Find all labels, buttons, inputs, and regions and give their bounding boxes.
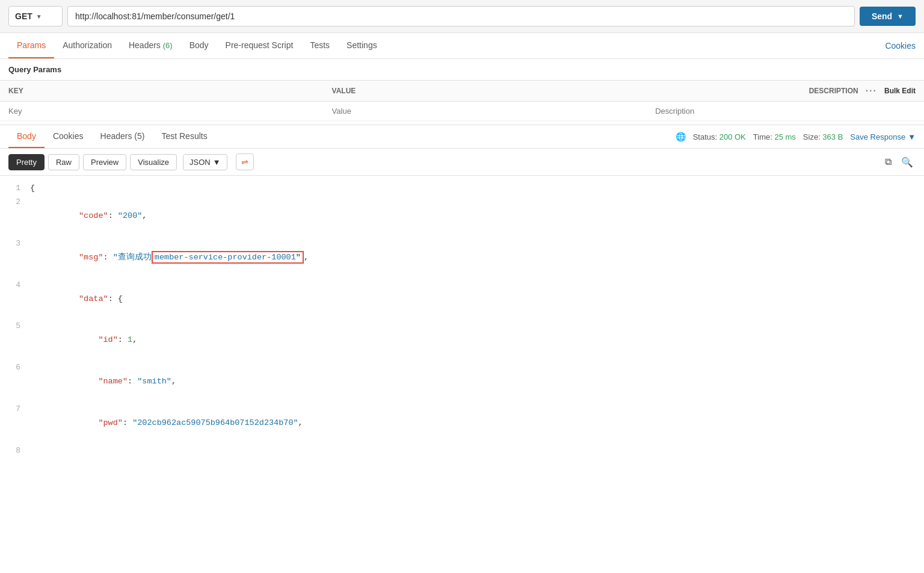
tab-body[interactable]: Body <box>181 33 217 58</box>
json-line-8: 8 "mobile": "123456789000", <box>0 444 924 453</box>
size-value: 363 B <box>822 132 843 141</box>
url-bar: GET ▼ Send ▼ <box>0 0 924 33</box>
save-response-chevron-icon: ▼ <box>908 132 916 141</box>
response-meta: 🌐 Status: 200 OK Time: 25 ms Size: 363 B… <box>676 132 916 141</box>
tab-settings[interactable]: Settings <box>338 33 386 58</box>
wrap-toggle-button[interactable]: ⇌ <box>236 153 254 170</box>
save-response-button[interactable]: Save Response ▼ <box>850 132 916 141</box>
format-raw-button[interactable]: Raw <box>48 154 79 170</box>
size-label: Size: 363 B <box>803 132 843 141</box>
time-label: Time: 25 ms <box>753 132 796 141</box>
json-line-4: 4 "data": { <box>0 279 924 320</box>
json-label: JSON <box>189 158 211 167</box>
format-pretty-button[interactable]: Pretty <box>8 154 45 170</box>
tab-headers[interactable]: Headers (6) <box>120 33 181 58</box>
description-input-cell <box>647 102 924 121</box>
method-chevron-icon: ▼ <box>36 13 42 20</box>
url-input[interactable] <box>67 6 855 26</box>
copy-icon[interactable]: ⧉ <box>882 154 894 170</box>
more-options-icon[interactable]: ··· <box>866 85 877 96</box>
time-value: 25 ms <box>774 132 795 141</box>
key-input-cell <box>0 102 324 121</box>
send-button[interactable]: Send ▼ <box>860 7 916 26</box>
search-icon[interactable]: 🔍 <box>899 154 916 170</box>
description-input[interactable] <box>655 107 916 116</box>
json-line-7: 7 "pwd": "202cb962ac59075b964b07152d234b… <box>0 403 924 444</box>
json-line-1: 1 { <box>0 182 924 196</box>
col-description: DESCRIPTION ··· Bulk Edit <box>647 81 924 102</box>
tab-tests[interactable]: Tests <box>301 33 338 58</box>
json-chevron-icon: ▼ <box>213 158 221 167</box>
query-params-label: Query Params <box>0 59 924 80</box>
json-viewer: 1 { 2 "code": "200", 3 "msg": "查询成功membe… <box>0 176 924 453</box>
params-table: KEY VALUE DESCRIPTION ··· Bulk Edit <box>0 80 924 121</box>
key-input[interactable] <box>8 107 315 116</box>
globe-icon: 🌐 <box>676 132 686 141</box>
response-tab-headers[interactable]: Headers (5) <box>92 125 153 148</box>
format-bar: Pretty Raw Preview Visualize JSON ▼ ⇌ ⧉ … <box>0 149 924 176</box>
response-section: Body Cookies Headers (5) Test Results 🌐 … <box>0 125 924 453</box>
format-preview-button[interactable]: Preview <box>83 154 126 170</box>
send-chevron-icon: ▼ <box>897 13 904 20</box>
col-value: VALUE <box>324 81 647 102</box>
json-format-select[interactable]: JSON ▼ <box>183 154 227 170</box>
status-label: Status: 200 OK <box>693 132 746 141</box>
json-line-3: 3 "msg": "查询成功member-service-provider-10… <box>0 237 924 279</box>
tab-params[interactable]: Params <box>8 33 54 58</box>
method-label: GET <box>15 11 32 21</box>
json-scroll-area[interactable]: 1 { 2 "code": "200", 3 "msg": "查询成功membe… <box>0 176 924 453</box>
status-value: 200 OK <box>719 132 746 141</box>
value-input-cell <box>324 102 647 121</box>
send-label: Send <box>872 11 892 21</box>
json-line-6: 6 "name": "smith", <box>0 361 924 403</box>
request-tabs-bar: Params Authorization Headers (6) Body Pr… <box>0 33 924 59</box>
json-line-2: 2 "code": "200", <box>0 196 924 237</box>
tab-prerequest[interactable]: Pre-request Script <box>217 33 302 58</box>
cookies-link[interactable]: Cookies <box>885 34 916 58</box>
response-tab-body[interactable]: Body <box>8 125 45 148</box>
bulk-edit-button[interactable]: Bulk Edit <box>884 87 916 95</box>
col-key: KEY <box>0 81 324 102</box>
params-row-empty <box>0 102 924 121</box>
response-tabs-bar: Body Cookies Headers (5) Test Results 🌐 … <box>0 125 924 149</box>
json-line-5: 5 "id": 1, <box>0 320 924 361</box>
method-select[interactable]: GET ▼ <box>8 6 63 26</box>
query-params-section: Query Params KEY VALUE DESCRIPTION ··· B… <box>0 59 924 121</box>
response-tab-cookies[interactable]: Cookies <box>45 125 92 148</box>
tab-authorization[interactable]: Authorization <box>54 33 120 58</box>
format-right-actions: ⧉ 🔍 <box>882 154 916 170</box>
format-visualize-button[interactable]: Visualize <box>130 154 177 170</box>
response-tab-testresults[interactable]: Test Results <box>153 125 215 148</box>
value-input[interactable] <box>332 107 639 116</box>
